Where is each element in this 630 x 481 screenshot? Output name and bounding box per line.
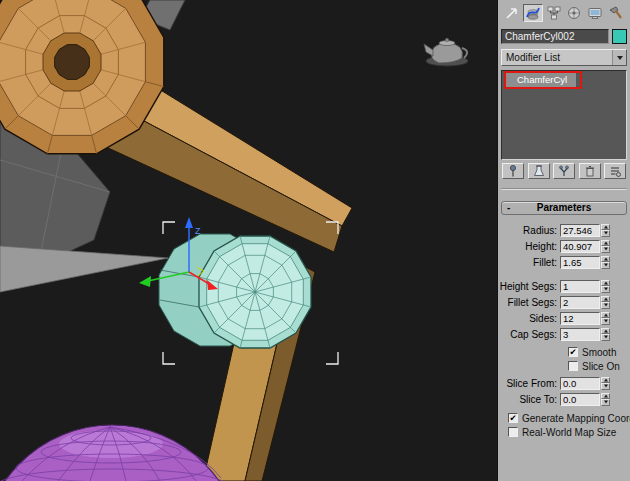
height-segs-spinner [601,280,610,293]
height-segs-label: Height Segs: [500,281,557,292]
pin-stack-icon [507,164,519,178]
object-color-swatch[interactable] [612,29,627,44]
tab-hierarchy[interactable] [544,4,564,22]
slice-from-label: Slice From: [506,378,557,389]
fillet-segs-label: Fillet Segs: [508,297,557,308]
pin-stack-button[interactable] [502,163,524,179]
real-world-map-row: Real-World Map Size [501,425,627,439]
sides-input[interactable]: 12 [560,312,600,325]
slice-on-checkbox[interactable] [568,361,578,371]
param-row-fillet: Fillet: 1.65 [501,254,627,270]
smooth-label: Smooth [582,347,616,358]
slice-to-spinner-down[interactable] [601,399,610,406]
param-row-cap-segs: Cap Segs: 3 [501,326,627,342]
dropdown-arrow-icon[interactable] [612,50,626,65]
generate-mapping-label: Generate Mapping Coords. [522,413,630,424]
param-row-slice-from: Slice From: 0.0 [501,375,627,391]
smooth-row: ✔ Smooth [501,345,627,359]
tab-modify[interactable] [523,4,543,22]
cap-segs-input[interactable]: 3 [560,328,600,341]
param-row-sides: Sides: 12 [501,310,627,326]
fillet-spinner [601,256,610,269]
motion-icon [566,5,582,21]
slice-to-label: Slice To: [519,394,557,405]
sides-spinner [601,312,610,325]
command-panel-tabs [501,0,627,22]
param-row-slice-to: Slice To: 0.0 [501,391,627,407]
fillet-label: Fillet: [533,257,557,268]
command-panel: ChamferCyl002 Modifier List ChamferCyl [497,0,630,481]
height-segs-spinner-down[interactable] [601,286,610,293]
generate-mapping-checkbox[interactable]: ✔ [508,413,518,423]
generate-mapping-row: ✔ Generate Mapping Coords. [501,411,627,425]
height-spinner-down[interactable] [601,246,610,253]
stack-tools [501,163,627,179]
parameters-rollout-header[interactable]: - Parameters [501,201,627,215]
configure-modifier-sets-button[interactable] [604,163,626,179]
tab-utilities[interactable] [606,4,626,22]
remove-modifier-icon [584,164,596,178]
collapse-icon: - [507,202,510,214]
fillet-spinner-down[interactable] [601,262,610,269]
fillet-segs-spinner [601,296,610,309]
remove-modifier-button[interactable] [579,163,601,179]
tab-create[interactable] [502,4,522,22]
slice-from-spinner [601,377,610,390]
radius-spinner [601,224,610,237]
smooth-checkbox[interactable]: ✔ [568,347,578,357]
cap-segs-spinner [601,328,610,341]
make-unique-button[interactable] [553,163,575,179]
param-row-height-segs: Height Segs: 1 [501,278,627,294]
gizmo-z-label: Z [195,226,201,236]
slice-to-spinner [601,393,610,406]
fillet-segs-spinner-down[interactable] [601,302,610,309]
3dsmax-window: Z [0,0,630,481]
hierarchy-icon [546,5,562,21]
slice-from-spinner-down[interactable] [601,383,610,390]
height-input[interactable]: 40.907 [560,240,600,253]
stack-item-chamfercyl[interactable]: ChamferCyl [504,73,576,87]
radius-spinner-down[interactable] [601,230,610,237]
sides-label: Sides: [529,313,557,324]
create-icon [504,5,520,21]
cap-segs-label: Cap Segs: [510,329,557,340]
rollout-title: Parameters [537,202,591,213]
tab-motion[interactable] [564,4,584,22]
modifier-list-dropdown[interactable]: Modifier List [501,49,627,66]
display-icon [587,5,603,21]
fillet-segs-input[interactable]: 2 [560,296,600,309]
parameters-body: Radius: 27.546 Height: 40.907 Fillet: 1.… [501,215,627,439]
param-row-height: Height: 40.907 [501,238,627,254]
viewport[interactable]: Z [0,0,497,481]
height-label: Height: [525,241,557,252]
object-name-row: ChamferCyl002 [501,29,627,44]
sides-spinner-down[interactable] [601,318,610,325]
height-segs-input[interactable]: 1 [560,280,600,293]
tab-display[interactable] [585,4,605,22]
real-world-map-label: Real-World Map Size [522,427,616,438]
make-unique-icon [558,164,570,178]
show-end-result-icon [533,164,545,178]
object-name-field[interactable]: ChamferCyl002 [501,29,609,44]
panel-divider [501,188,627,190]
show-end-result-button[interactable] [528,163,550,179]
cap-segs-spinner-down[interactable] [601,334,610,341]
slice-from-input[interactable]: 0.0 [560,377,600,390]
slice-to-input[interactable]: 0.0 [560,393,600,406]
radius-input[interactable]: 27.546 [560,224,600,237]
parameters-rollout: - Parameters Radius: 27.546 Height: 40.9… [501,201,627,439]
modifier-list-label: Modifier List [502,50,612,65]
param-row-radius: Radius: 27.546 [501,222,627,238]
slice-on-label: Slice On [582,361,620,372]
radius-label: Radius: [523,225,557,236]
param-row-fillet-segs: Fillet Segs: 2 [501,294,627,310]
slice-on-row: Slice On [501,359,627,373]
utilities-icon [608,5,624,21]
real-world-map-checkbox[interactable] [508,427,518,437]
height-spinner [601,240,610,253]
fillet-input[interactable]: 1.65 [560,256,600,269]
viewport-svg: Z [0,0,497,481]
chamfer-cylinder-cyan-selected[interactable] [159,234,311,348]
configure-modifier-sets-icon [609,164,621,178]
modifier-stack[interactable]: ChamferCyl [501,70,627,160]
